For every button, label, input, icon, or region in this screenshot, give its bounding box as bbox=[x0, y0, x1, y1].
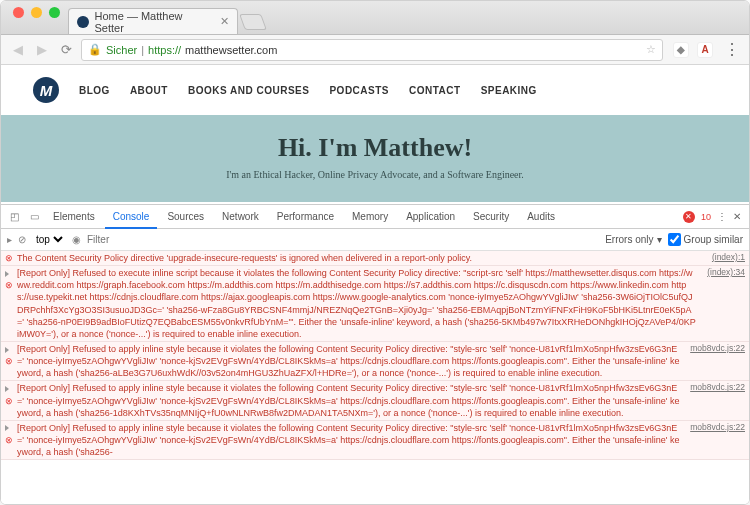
devtools-tabbar: ◰ ▭ Elements Console Sources Network Per… bbox=[1, 205, 749, 229]
error-icon: ⊗ bbox=[5, 382, 17, 418]
nav-link-blog[interactable]: BLOG bbox=[79, 85, 110, 96]
inspect-icon[interactable]: ◰ bbox=[5, 211, 23, 222]
log-source[interactable]: mob8vdc.js:22 bbox=[690, 382, 745, 418]
console-filter-input[interactable] bbox=[87, 234, 214, 245]
hero-section: Hi. I'm Matthew! I'm an Ethical Hacker, … bbox=[1, 115, 749, 202]
browser-tab[interactable]: Home — Matthew Setter ✕ bbox=[68, 8, 238, 34]
errors-only-checkbox[interactable]: Errors only ▾ bbox=[605, 234, 661, 245]
tab-title: Home — Matthew Setter bbox=[95, 10, 211, 34]
log-source[interactable]: mob8vdc.js:22 bbox=[690, 343, 745, 379]
console-log-row[interactable]: ⊗ [Report Only] Refused to apply inline … bbox=[1, 421, 749, 460]
clear-console-icon[interactable]: ⊘ bbox=[18, 234, 26, 245]
extension-scholar-icon[interactable]: ◆ bbox=[673, 42, 689, 58]
extensions: ◆ A bbox=[669, 42, 717, 58]
devtools-tab-security[interactable]: Security bbox=[465, 206, 517, 227]
error-icon: ⊗ bbox=[5, 267, 17, 340]
log-message: [Report Only] Refused to execute inline … bbox=[17, 267, 703, 340]
devtools-tab-network[interactable]: Network bbox=[214, 206, 267, 227]
devtools-panel: ◰ ▭ Elements Console Sources Network Per… bbox=[1, 205, 749, 505]
console-sidebar-toggle-icon[interactable]: ▸ bbox=[7, 234, 12, 245]
minimize-window-button[interactable] bbox=[31, 7, 42, 18]
error-count-badge[interactable]: ✕ bbox=[683, 211, 695, 223]
log-message: [Report Only] Refused to apply inline st… bbox=[17, 422, 686, 458]
group-similar-checkbox[interactable]: Group similar bbox=[668, 233, 743, 246]
window-controls bbox=[7, 7, 68, 28]
log-source[interactable]: (index):1 bbox=[712, 252, 745, 264]
devtools-close-icon[interactable]: ✕ bbox=[733, 211, 741, 222]
devtools-tab-application[interactable]: Application bbox=[398, 206, 463, 227]
error-icon: ⊗ bbox=[5, 252, 17, 264]
console-output[interactable]: ⊗ The Content Security Policy directive … bbox=[1, 251, 749, 505]
devtools-tab-audits[interactable]: Audits bbox=[519, 206, 563, 227]
site-logo[interactable]: M bbox=[33, 77, 59, 103]
devtools-tab-performance[interactable]: Performance bbox=[269, 206, 342, 227]
log-source[interactable]: (index):34 bbox=[707, 267, 745, 340]
url-host: matthewsetter.com bbox=[185, 44, 277, 56]
devtools-tab-elements[interactable]: Elements bbox=[45, 206, 103, 227]
hero-subtitle: I'm an Ethical Hacker, Online Privacy Ad… bbox=[1, 169, 749, 180]
hero-title: Hi. I'm Matthew! bbox=[1, 133, 749, 163]
browser-menu-button[interactable]: ⋮ bbox=[723, 41, 741, 59]
secure-label: Sicher bbox=[106, 44, 137, 56]
devtools-tab-console[interactable]: Console bbox=[105, 206, 158, 229]
log-source[interactable]: mob8vdc.js:22 bbox=[690, 422, 745, 458]
url-scheme: https:// bbox=[148, 44, 181, 56]
extension-font-icon[interactable]: A bbox=[697, 42, 713, 58]
nav-link-books[interactable]: BOOKS AND COURSES bbox=[188, 85, 309, 96]
site-nav: M BLOG ABOUT BOOKS AND COURSES PODCASTS … bbox=[1, 65, 749, 115]
console-log-row[interactable]: ⊗ [Report Only] Refused to apply inline … bbox=[1, 381, 749, 420]
error-icon: ⊗ bbox=[5, 343, 17, 379]
device-toolbar-icon[interactable]: ▭ bbox=[25, 211, 43, 222]
back-button[interactable]: ◀ bbox=[9, 41, 27, 59]
log-message: [Report Only] Refused to apply inline st… bbox=[17, 343, 686, 379]
close-tab-icon[interactable]: ✕ bbox=[220, 15, 229, 28]
console-log-row[interactable]: ⊗ [Report Only] Refused to execute inlin… bbox=[1, 266, 749, 342]
log-message: [Report Only] Refused to apply inline st… bbox=[17, 382, 686, 418]
error-icon: ⊗ bbox=[5, 422, 17, 458]
nav-link-about[interactable]: ABOUT bbox=[130, 85, 168, 96]
browser-titlebar: Home — Matthew Setter ✕ bbox=[1, 1, 749, 35]
devtools-more-icon[interactable]: ⋮ bbox=[717, 211, 727, 222]
execution-context-select[interactable]: top bbox=[32, 233, 66, 246]
console-log-row[interactable]: ⊗ [Report Only] Refused to apply inline … bbox=[1, 342, 749, 381]
tab-favicon bbox=[77, 16, 89, 28]
devtools-tab-memory[interactable]: Memory bbox=[344, 206, 396, 227]
page-viewport: M BLOG ABOUT BOOKS AND COURSES PODCASTS … bbox=[1, 65, 749, 205]
error-count: 10 bbox=[701, 212, 711, 222]
log-message: The Content Security Policy directive 'u… bbox=[17, 252, 708, 264]
address-bar[interactable]: 🔒 Sicher | https://matthewsetter.com ☆ bbox=[81, 39, 663, 61]
close-window-button[interactable] bbox=[13, 7, 24, 18]
new-tab-button[interactable] bbox=[239, 14, 267, 30]
nav-link-contact[interactable]: CONTACT bbox=[409, 85, 461, 96]
console-filter-bar: ▸ ⊘ top ◉ Errors only ▾ Group similar bbox=[1, 229, 749, 251]
live-expression-icon[interactable]: ◉ bbox=[72, 234, 81, 245]
lock-icon: 🔒 bbox=[88, 43, 102, 56]
bookmark-star-icon[interactable]: ☆ bbox=[646, 43, 656, 56]
maximize-window-button[interactable] bbox=[49, 7, 60, 18]
url-toolbar: ◀ ▶ ⟳ 🔒 Sicher | https://matthewsetter.c… bbox=[1, 35, 749, 65]
nav-link-podcasts[interactable]: PODCASTS bbox=[329, 85, 389, 96]
nav-link-speaking[interactable]: SPEAKING bbox=[481, 85, 537, 96]
reload-button[interactable]: ⟳ bbox=[57, 41, 75, 59]
forward-button[interactable]: ▶ bbox=[33, 41, 51, 59]
console-log-row[interactable]: ⊗ The Content Security Policy directive … bbox=[1, 251, 749, 266]
devtools-tab-sources[interactable]: Sources bbox=[159, 206, 212, 227]
